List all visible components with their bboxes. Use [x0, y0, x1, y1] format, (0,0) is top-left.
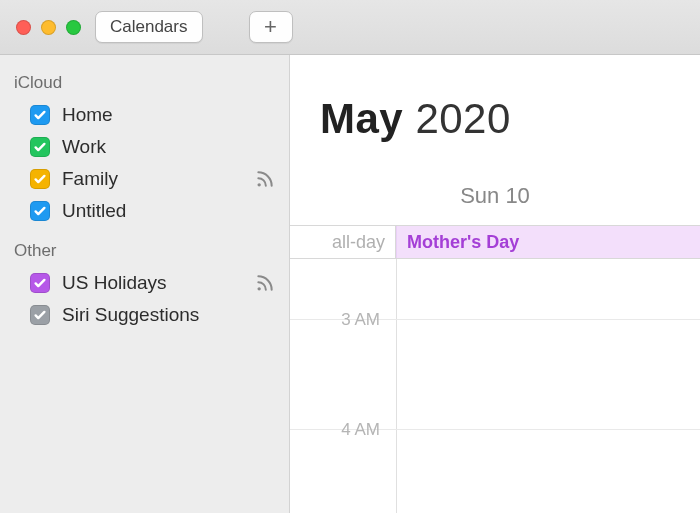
hour-grid[interactable]: 3 AM 4 AM 5 AM: [290, 259, 700, 513]
day-header[interactable]: Sun 10: [290, 183, 700, 219]
shared-icon: [255, 273, 275, 293]
year-label: 2020: [415, 95, 510, 142]
calendar-item-label: Work: [62, 136, 106, 158]
month-name: May: [320, 95, 403, 142]
calendar-item-us-holidays[interactable]: US Holidays: [0, 267, 289, 299]
event-mothers-day[interactable]: Mother's Day: [396, 226, 700, 258]
svg-point-1: [258, 287, 261, 290]
shared-icon: [255, 169, 275, 189]
calendar-item-home[interactable]: Home: [0, 99, 289, 131]
checkbox-icon[interactable]: [30, 169, 50, 189]
calendar-sidebar: iCloud Home Work Family: [0, 55, 290, 513]
plus-icon: +: [264, 14, 277, 40]
window-controls: [16, 20, 81, 35]
calendar-item-siri-suggestions[interactable]: Siri Suggestions: [0, 299, 289, 331]
close-window-button[interactable]: [16, 20, 31, 35]
svg-point-0: [258, 183, 261, 186]
calendars-toggle-button[interactable]: Calendars: [95, 11, 203, 43]
minimize-window-button[interactable]: [41, 20, 56, 35]
titlebar: Calendars +: [0, 0, 700, 55]
sidebar-group-title[interactable]: Other: [0, 235, 289, 267]
calendar-window: Calendars + iCloud Home Work: [0, 0, 700, 513]
calendar-item-label: Untitled: [62, 200, 126, 222]
month-title: May 2020: [320, 95, 511, 143]
checkbox-icon[interactable]: [30, 201, 50, 221]
calendar-item-family[interactable]: Family: [0, 163, 289, 195]
checkbox-icon[interactable]: [30, 273, 50, 293]
checkbox-icon[interactable]: [30, 305, 50, 325]
calendar-item-label: Home: [62, 104, 113, 126]
maximize-window-button[interactable]: [66, 20, 81, 35]
calendar-item-untitled[interactable]: Untitled: [0, 195, 289, 227]
calendar-item-label: Family: [62, 168, 118, 190]
hour-row: 4 AM: [290, 429, 700, 513]
add-event-button[interactable]: +: [249, 11, 293, 43]
calendar-item-work[interactable]: Work: [0, 131, 289, 163]
all-day-label: all-day: [290, 226, 396, 258]
all-day-row: all-day Mother's Day: [290, 225, 700, 259]
calendar-main: May 2020 Sun 10 all-day Mother's Day 3 A…: [290, 55, 700, 513]
sidebar-group-title[interactable]: iCloud: [0, 67, 289, 99]
checkbox-icon[interactable]: [30, 105, 50, 125]
checkbox-icon[interactable]: [30, 137, 50, 157]
hour-label: 4 AM: [290, 420, 390, 440]
hour-label: 3 AM: [290, 310, 390, 330]
content-split: iCloud Home Work Family: [0, 55, 700, 513]
calendar-item-label: US Holidays: [62, 272, 167, 294]
calendar-item-label: Siri Suggestions: [62, 304, 199, 326]
hour-row: 3 AM: [290, 319, 700, 419]
